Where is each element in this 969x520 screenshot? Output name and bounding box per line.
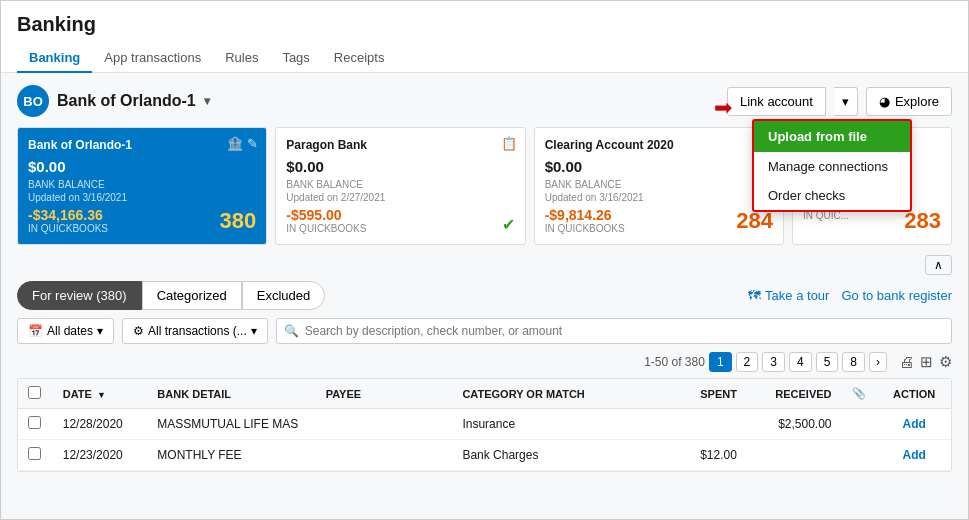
- search-input[interactable]: [276, 318, 952, 344]
- col-header-check: [18, 379, 53, 409]
- col-header-payee: PAYEE: [316, 379, 453, 409]
- card-qs-balance-1: -$595.00: [286, 207, 514, 223]
- link-account-dropdown-button[interactable]: ▾: [834, 87, 858, 116]
- search-icon: 🔍: [284, 324, 299, 338]
- page-next[interactable]: ›: [869, 352, 887, 372]
- tabs-left: For review (380) Categorized Excluded: [17, 281, 325, 310]
- bank-actions: ➡ Link account ▾ Upload from file Manage…: [727, 87, 952, 116]
- add-button-1[interactable]: Add: [902, 448, 925, 462]
- page-header: Banking Banking App transactions Rules T…: [1, 1, 968, 73]
- page-3[interactable]: 3: [762, 352, 785, 372]
- bank-selector[interactable]: BO Bank of Orlando-1 ▾: [17, 85, 210, 117]
- tab-excluded[interactable]: Excluded: [242, 281, 325, 310]
- take-a-tour-link[interactable]: 🗺 Take a tour: [748, 288, 829, 303]
- tabs-row: For review (380) Categorized Excluded 🗺 …: [17, 281, 952, 310]
- bank-icon-small: 🏦: [227, 136, 243, 151]
- row-spent-0: [663, 409, 747, 440]
- page-title: Banking: [17, 13, 952, 36]
- chevron-down-trans: ▾: [251, 324, 257, 338]
- col-header-bank-detail: BANK DETAIL: [147, 379, 315, 409]
- search-wrap: 🔍: [276, 318, 952, 344]
- export-icon[interactable]: ⊞: [920, 353, 933, 371]
- row-category-0: Insurance: [452, 409, 662, 440]
- row-payee-0: [316, 409, 453, 440]
- tabs-right: 🗺 Take a tour Go to bank register: [748, 288, 952, 303]
- page-1[interactable]: 1: [709, 352, 732, 372]
- card-update-1: Updated on 2/27/2021: [286, 192, 514, 203]
- pagination-icons: 🖨 ⊞ ⚙: [899, 353, 952, 371]
- pagination-row: 1-50 of 380 1 2 3 4 5 8 › 🖨 ⊞ ⚙: [17, 352, 952, 372]
- settings-icon[interactable]: ⚙: [939, 353, 952, 371]
- row-checkbox-0[interactable]: [28, 416, 41, 429]
- card-count-3: 283: [904, 208, 941, 234]
- col-header-date[interactable]: DATE ▼: [53, 379, 148, 409]
- card-count-2: 284: [736, 208, 773, 234]
- col-header-received: RECEIVED: [747, 379, 842, 409]
- main-content: BO Bank of Orlando-1 ▾ ➡ Link account ▾ …: [1, 73, 968, 519]
- row-action-1[interactable]: Add: [877, 440, 951, 471]
- nav-rules[interactable]: Rules: [213, 44, 270, 73]
- card-balance-label-1: BANK BALANCE: [286, 179, 514, 190]
- account-card-2[interactable]: 📋 Clearing Account 2020 $0.00 BANK BALAN…: [534, 127, 784, 245]
- row-attachment-0: [842, 409, 878, 440]
- tab-categorized[interactable]: Categorized: [142, 281, 242, 310]
- order-checks-item[interactable]: Order checks: [754, 181, 910, 210]
- transactions-table: DATE ▼ BANK DETAIL PAYEE CATEGORY OR MAT…: [18, 379, 951, 471]
- pagination-summary: 1-50 of 380: [644, 355, 705, 369]
- nav-tags[interactable]: Tags: [270, 44, 321, 73]
- nav-app-transactions[interactable]: App transactions: [92, 44, 213, 73]
- nav-banking[interactable]: Banking: [17, 44, 92, 73]
- card-balance-label-2: BANK BALANCE: [545, 179, 773, 190]
- bank-name: Bank of Orlando-1: [57, 92, 196, 110]
- row-bank-0: MASSMUTUAL LIFE MAS: [147, 409, 315, 440]
- print-icon[interactable]: 🖨: [899, 353, 914, 371]
- row-action-0[interactable]: Add: [877, 409, 951, 440]
- all-transactions-filter[interactable]: ⚙ All transactions (... ▾: [122, 318, 268, 344]
- row-date-0: 12/28/2020: [53, 409, 148, 440]
- link-account-button[interactable]: Link account: [727, 87, 826, 116]
- col-header-attachment: 📎: [842, 379, 878, 409]
- tab-for-review[interactable]: For review (380): [17, 281, 142, 310]
- red-arrow: ➡: [714, 95, 732, 121]
- page-5[interactable]: 5: [816, 352, 839, 372]
- edit-icon: ✎: [247, 136, 258, 151]
- all-dates-filter[interactable]: 📅 All dates ▾: [17, 318, 114, 344]
- add-button-0[interactable]: Add: [902, 417, 925, 431]
- select-all-checkbox[interactable]: [28, 386, 41, 399]
- explore-button[interactable]: ◕ Explore: [866, 87, 952, 116]
- card-title-2: Clearing Account 2020: [545, 138, 773, 152]
- upload-from-file-item[interactable]: Upload from file: [754, 121, 910, 152]
- card-edit-icons: 🏦 ✎: [227, 136, 258, 151]
- row-attachment-1: [842, 440, 878, 471]
- transactions-table-wrap: DATE ▼ BANK DETAIL PAYEE CATEGORY OR MAT…: [17, 378, 952, 472]
- page-8[interactable]: 8: [842, 352, 865, 372]
- row-date-1: 12/23/2020: [53, 440, 148, 471]
- card-balance-1: $0.00: [286, 158, 514, 175]
- page-2[interactable]: 2: [736, 352, 759, 372]
- scroll-up-button[interactable]: ∧: [925, 255, 952, 275]
- sort-arrow-date: ▼: [97, 390, 106, 400]
- table-header-row: DATE ▼ BANK DETAIL PAYEE CATEGORY OR MAT…: [18, 379, 951, 409]
- check-icon: ✔: [502, 215, 515, 234]
- col-header-spent: SPENT: [663, 379, 747, 409]
- page-4[interactable]: 4: [789, 352, 812, 372]
- row-payee-1: [316, 440, 453, 471]
- nav-receipts[interactable]: Receipts: [322, 44, 397, 73]
- card-update-0: Updated on 3/16/2021: [28, 192, 256, 203]
- go-to-bank-register-link[interactable]: Go to bank register: [841, 288, 952, 303]
- chevron-down-dates: ▾: [97, 324, 103, 338]
- card-icon-1: 📋: [501, 136, 517, 151]
- table-row: 12/23/2020 MONTHLY FEE Bank Charges $12.…: [18, 440, 951, 471]
- card-update-2: Updated on 3/16/2021: [545, 192, 773, 203]
- account-card-1[interactable]: 📋 Paragon Bank $0.00 BANK BALANCE Update…: [275, 127, 525, 245]
- compass-icon: ◕: [879, 94, 890, 109]
- row-checkbox-1[interactable]: [28, 447, 41, 460]
- manage-connections-item[interactable]: Manage connections: [754, 152, 910, 181]
- bank-icon: BO: [17, 85, 49, 117]
- account-card-0[interactable]: 🏦 ✎ Bank of Orlando-1 $0.00 BANK BALANCE…: [17, 127, 267, 245]
- bank-header-row: BO Bank of Orlando-1 ▾ ➡ Link account ▾ …: [17, 85, 952, 117]
- table-row: 12/28/2020 MASSMUTUAL LIFE MAS Insurance…: [18, 409, 951, 440]
- filter-icon: ⚙: [133, 324, 144, 338]
- tour-icon: 🗺: [748, 288, 761, 303]
- row-bank-1: MONTHLY FEE: [147, 440, 315, 471]
